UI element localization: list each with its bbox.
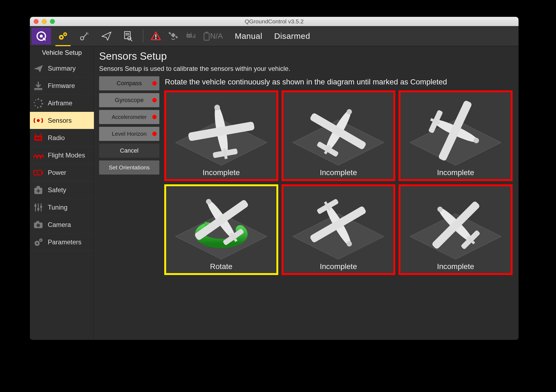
sidebar-item-power[interactable]: Power <box>30 164 94 181</box>
button-label: Accelerometer <box>112 114 147 120</box>
download-icon <box>33 80 44 91</box>
rc-icon[interactable] <box>186 30 196 42</box>
svg-rect-34 <box>34 88 42 90</box>
gyroscope-button[interactable]: Gyroscope <box>99 93 159 107</box>
sidebar-item-camera[interactable]: Camera <box>30 216 94 233</box>
svg-rect-22 <box>169 32 171 34</box>
gears-icon <box>57 30 69 42</box>
setup-view-button[interactable] <box>53 28 73 45</box>
svg-rect-21 <box>171 33 175 37</box>
analyze-view-button[interactable] <box>118 28 138 45</box>
svg-point-26 <box>189 35 191 36</box>
orientation-tile-nose-down[interactable]: Rotate <box>164 184 278 275</box>
app-logo-button[interactable] <box>31 28 51 45</box>
plane-model-icon <box>295 191 381 259</box>
svg-rect-29 <box>193 36 193 38</box>
battery-na-text: N/A <box>210 32 223 40</box>
sidebar-item-label: Parameters <box>48 238 81 246</box>
flight-modes-icon <box>33 150 44 161</box>
sidebar-item-label: Flight Modes <box>48 151 85 159</box>
cancel-button[interactable]: Cancel <box>99 144 159 158</box>
svg-point-72 <box>40 239 41 241</box>
sidebar-item-label: Tuning <box>48 204 68 211</box>
set-orientations-button[interactable]: Set Orientations <box>99 160 159 175</box>
gps-button[interactable] <box>166 28 181 45</box>
setup-sidebar: Vehicle Setup Summary Firmware Airframe <box>30 46 94 340</box>
plane-model-icon <box>413 97 498 165</box>
battery-icon[interactable]: N/A <box>201 31 223 41</box>
sidebar-item-firmware[interactable]: Firmware <box>30 77 94 94</box>
svg-point-44 <box>37 107 38 108</box>
arm-state-label[interactable]: Disarmed <box>274 31 310 41</box>
level-horizon-button[interactable]: Level Horizon <box>99 127 159 141</box>
tile-caption: Rotate <box>210 262 233 271</box>
svg-rect-67 <box>36 221 39 223</box>
orientation-tile-right[interactable]: Incomplete <box>399 184 513 275</box>
svg-rect-33 <box>206 31 208 33</box>
doc-search-icon <box>122 30 134 42</box>
titlebar: QGroundControl v3.5.2 <box>30 17 519 26</box>
button-label: Compass <box>117 80 142 87</box>
sensor-icon <box>33 115 44 126</box>
instruction-text: Rotate the vehicle continuously as shown… <box>165 77 513 87</box>
orientation-tile-level[interactable]: Incomplete <box>164 90 278 181</box>
orientation-tile-back[interactable]: Incomplete <box>399 90 513 181</box>
svg-line-18 <box>131 39 132 41</box>
svg-point-70 <box>36 242 38 244</box>
svg-rect-57 <box>37 186 40 188</box>
fly-view-button[interactable] <box>97 28 116 45</box>
tile-caption: Incomplete <box>437 262 474 271</box>
messages-button[interactable] <box>148 28 163 45</box>
svg-point-51 <box>39 137 41 139</box>
sliders-icon <box>33 202 44 213</box>
plane-model-icon <box>295 97 381 165</box>
svg-point-20 <box>155 38 156 39</box>
sidebar-item-safety[interactable]: Safety <box>30 181 94 199</box>
sidebar-item-sensors[interactable]: Sensors <box>30 112 94 129</box>
status-dot-red <box>152 98 157 102</box>
tile-caption: Incomplete <box>203 168 240 177</box>
button-label: Cancel <box>120 147 138 154</box>
loading-dots-icon <box>33 97 44 109</box>
accelerometer-button[interactable]: Accelerometer <box>99 110 159 124</box>
calibration-pane: Rotate the vehicle continuously as shown… <box>164 76 513 275</box>
tile-caption: Incomplete <box>320 262 357 271</box>
plane-model-icon <box>413 191 498 259</box>
q-logo-icon <box>35 30 47 42</box>
svg-rect-24 <box>187 34 192 37</box>
compass-button[interactable]: Compass <box>99 76 159 90</box>
orientation-tile-nose-up[interactable]: Incomplete <box>282 184 396 275</box>
svg-point-65 <box>40 206 42 208</box>
sidebar-item-flight-modes[interactable]: Flight Modes <box>30 147 94 164</box>
sidebar-item-radio[interactable]: Radio <box>30 129 94 147</box>
button-label: Set Orientations <box>109 164 150 171</box>
tile-caption: Incomplete <box>320 168 357 177</box>
plan-view-button[interactable]: B <box>75 28 94 45</box>
flight-mode-selector[interactable]: Manual <box>235 31 262 41</box>
sidebar-item-label: Summary <box>48 65 76 72</box>
svg-point-42 <box>42 103 43 104</box>
sidebar-item-summary[interactable]: Summary <box>30 60 94 77</box>
sidebar-item-airframe[interactable]: Airframe <box>30 94 94 112</box>
plane-model-icon <box>178 186 264 254</box>
status-dot-red <box>152 132 157 136</box>
svg-text:B: B <box>87 32 89 35</box>
svg-point-9 <box>60 36 62 38</box>
plane-model-icon <box>178 97 264 165</box>
battery-icon <box>33 167 44 178</box>
sidebar-item-parameters[interactable]: Parameters <box>30 233 94 251</box>
sidebar-item-tuning[interactable]: Tuning <box>30 199 94 216</box>
svg-point-48 <box>37 119 40 122</box>
tile-caption: Incomplete <box>437 168 474 177</box>
svg-point-41 <box>40 100 42 101</box>
svg-point-46 <box>34 102 35 103</box>
page-description: Sensors Setup is used to calibrate the s… <box>99 65 513 72</box>
radio-icon <box>33 132 44 144</box>
svg-point-47 <box>35 99 36 100</box>
gears-small-icon <box>33 236 44 248</box>
svg-rect-30 <box>194 35 194 38</box>
svg-rect-55 <box>42 171 43 173</box>
sidebar-item-label: Radio <box>48 134 65 142</box>
orientation-tile-left[interactable]: Incomplete <box>282 90 396 181</box>
sidebar-item-label: Camera <box>48 221 71 229</box>
